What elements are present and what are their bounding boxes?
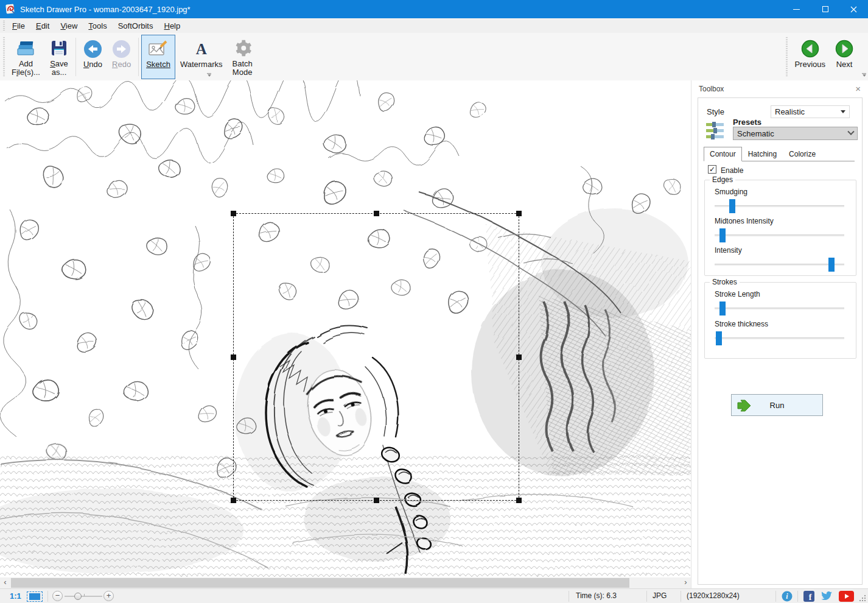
- twitter-icon[interactable]: [821, 591, 833, 603]
- toolbar: Add File(s)... Save as... Undo: [0, 33, 868, 80]
- canvas[interactable]: ‹ ›: [0, 80, 691, 588]
- smudging-slider[interactable]: [715, 199, 844, 213]
- style-dropdown[interactable]: Realistic: [771, 105, 850, 118]
- scroll-thumb[interactable]: [11, 578, 629, 588]
- presets-dropdown[interactable]: Schematic: [733, 127, 858, 140]
- svg-text:f: f: [809, 593, 812, 602]
- menu-item-view[interactable]: View: [55, 19, 83, 32]
- undo-button[interactable]: Undo: [79, 35, 107, 79]
- menu-item-help[interactable]: Help: [158, 19, 186, 32]
- next-icon: [835, 38, 853, 60]
- midtones-intensity-label: Midtones Intensity: [715, 217, 844, 225]
- menu-item-softorbits[interactable]: SoftOrbits: [113, 19, 159, 32]
- selection-handle[interactable]: [374, 211, 379, 216]
- close-icon: [850, 6, 857, 13]
- save-as-button[interactable]: Save as...: [45, 35, 73, 79]
- scroll-left-icon[interactable]: ‹: [0, 577, 10, 588]
- tab-colorize[interactable]: Colorize: [783, 147, 822, 161]
- redo-button[interactable]: Redo: [107, 35, 136, 79]
- toolbox-close-icon[interactable]: ×: [855, 84, 861, 93]
- previous-button[interactable]: Previous: [789, 35, 830, 79]
- slider-thumb[interactable]: [719, 228, 726, 242]
- save-icon: [50, 38, 68, 59]
- enable-checkbox[interactable]: ✓: [708, 165, 716, 174]
- chevron-down-icon: [847, 129, 854, 135]
- close-button[interactable]: [839, 0, 868, 18]
- zoom-in-button[interactable]: +: [103, 591, 114, 601]
- zoom-slider-thumb[interactable]: [74, 593, 82, 600]
- dimensions-label: (1920x1280x24): [687, 589, 740, 603]
- batch-mode-button[interactable]: Batch Mode: [227, 35, 257, 79]
- zoom-100-button[interactable]: 1:1: [10, 589, 21, 603]
- watermarks-button[interactable]: A Watermarks: [175, 35, 228, 79]
- undo-icon: [83, 38, 102, 60]
- slider-thumb[interactable]: [729, 199, 735, 213]
- info-icon[interactable]: i: [782, 591, 793, 603]
- menu-item-tools[interactable]: Tools: [83, 19, 112, 32]
- slider-thumb[interactable]: [828, 258, 835, 272]
- maximize-button[interactable]: [811, 0, 839, 18]
- selection-handle[interactable]: [374, 498, 379, 503]
- slider-thumb[interactable]: [719, 302, 726, 316]
- selection-handle[interactable]: [231, 211, 236, 216]
- midtones-intensity-slider[interactable]: [715, 228, 844, 242]
- selection-handle[interactable]: [231, 354, 236, 360]
- edges-group-label: Edges: [710, 175, 735, 184]
- zoom-out-button[interactable]: −: [52, 591, 63, 601]
- window-title: Sketch Drawer Pro - woman-2003647_1920.j…: [20, 5, 191, 14]
- presets-icon: [705, 120, 725, 143]
- separator: [569, 591, 569, 602]
- facebook-icon[interactable]: f: [803, 591, 814, 603]
- menubar-grip: [3, 21, 5, 30]
- style-label: Style: [707, 107, 724, 116]
- separator: [47, 591, 48, 602]
- menu-item-edit[interactable]: Edit: [30, 19, 55, 32]
- smudging-label: Smudging: [715, 188, 844, 196]
- scroll-right-icon[interactable]: ›: [681, 577, 691, 588]
- resize-grip[interactable]: [859, 595, 866, 603]
- next-button[interactable]: Next: [830, 35, 858, 79]
- app-icon: [5, 4, 16, 15]
- selection-box[interactable]: [233, 213, 519, 501]
- selection-handle[interactable]: [516, 211, 522, 216]
- maximize-icon: [822, 6, 828, 12]
- zoom-slider[interactable]: [65, 596, 102, 597]
- previous-icon: [801, 38, 819, 60]
- selection-handle[interactable]: [516, 354, 522, 360]
- toolbar-overflow-icon[interactable]: [862, 73, 866, 77]
- h-scrollbar[interactable]: ‹ ›: [0, 577, 691, 588]
- selection-handle[interactable]: [516, 498, 522, 503]
- youtube-icon[interactable]: [839, 591, 854, 603]
- chevron-down-icon: [841, 110, 845, 113]
- sketch-button[interactable]: Sketch: [141, 35, 175, 79]
- strokes-group: Strokes Stroke Length Stroke thickness: [704, 282, 856, 359]
- separator: [775, 591, 776, 602]
- enable-label: Enable: [721, 166, 743, 175]
- add-files-button[interactable]: Add File(s)...: [7, 35, 45, 79]
- tab-hatching[interactable]: Hatching: [742, 147, 783, 161]
- format-label: JPG: [653, 589, 667, 603]
- strokes-group-label: Strokes: [710, 278, 740, 286]
- toolbar-overflow-icon[interactable]: [207, 73, 211, 77]
- stroke-thickness-slider[interactable]: [715, 331, 844, 345]
- intensity-label: Intensity: [715, 246, 844, 255]
- time-label: Time (s): 6.3: [576, 589, 617, 603]
- intensity-slider[interactable]: [715, 258, 844, 272]
- sketch-icon: [147, 38, 169, 60]
- stroke-length-label: Stroke Length: [715, 290, 844, 298]
- status-bar: 1:1 − + Time (s): 6.3 JPG (1920x1280x24)…: [0, 588, 868, 603]
- minimize-button[interactable]: [782, 0, 811, 18]
- fit-screen-button[interactable]: [27, 591, 43, 602]
- toolbox-title: Toolbox: [699, 85, 724, 93]
- batch-mode-icon: [233, 38, 252, 59]
- menu-item-file[interactable]: File: [7, 19, 30, 32]
- toolbar-grip: [3, 37, 5, 77]
- stroke-length-slider[interactable]: [715, 302, 844, 316]
- run-icon: [737, 399, 753, 412]
- run-button[interactable]: Run: [731, 394, 823, 416]
- tab-contour[interactable]: Contour: [704, 147, 742, 161]
- slider-thumb[interactable]: [716, 331, 722, 345]
- toolbox-panel: Toolbox × Style Realistic Presets: [691, 80, 868, 588]
- separator: [681, 591, 681, 602]
- selection-handle[interactable]: [231, 498, 236, 503]
